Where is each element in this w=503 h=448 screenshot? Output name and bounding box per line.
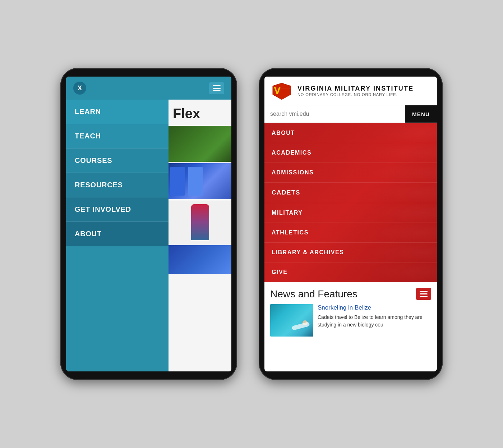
- hamburger-line: [420, 293, 428, 294]
- snorkel-body: [291, 322, 310, 331]
- nav-item-about[interactable]: ABOUT: [264, 123, 437, 143]
- news-article-title[interactable]: Snorkeling in Belize: [318, 304, 431, 311]
- left-header: X: [66, 77, 231, 100]
- hamburger-line: [213, 90, 221, 91]
- hamburger-line: [420, 296, 428, 297]
- hamburger-line: [420, 291, 428, 292]
- nav-item-learn[interactable]: LEARN: [66, 100, 169, 124]
- vmi-logo-svg: V M V: [271, 82, 292, 100]
- nav-item-about[interactable]: ABOUT: [66, 222, 169, 246]
- blue-building-image: [169, 163, 231, 199]
- nav-item-resources[interactable]: RESOURCES: [66, 173, 169, 197]
- vmi-logo: V M V: [270, 81, 293, 101]
- news-article: Snorkeling in Belize Cadets travel to Be…: [270, 304, 431, 337]
- left-phone-screen: X LEARN TEACH COURSES RESOURCES GET INVO…: [66, 77, 231, 371]
- door-1: [170, 167, 185, 196]
- menu-button[interactable]: MENU: [405, 105, 437, 123]
- blue-image-2: [169, 245, 231, 274]
- right-phone-screen: V M V VIRGINIA MILITARY INSTITUTE NO ORD…: [264, 77, 437, 371]
- news-section-title: News and Features: [270, 288, 357, 300]
- right-phone: V M V VIRGINIA MILITARY INSTITUTE NO ORD…: [259, 68, 443, 380]
- left-content-strip: Flex: [169, 100, 231, 371]
- close-icon: X: [78, 84, 82, 92]
- nav-item-teach[interactable]: TEACH: [66, 124, 169, 148]
- hamburger-button[interactable]: [209, 82, 224, 94]
- figure-silhouette: [191, 204, 209, 240]
- left-body: LEARN TEACH COURSES RESOURCES GET INVOLV…: [66, 100, 231, 371]
- news-text-block: Snorkeling in Belize Cadets travel to Be…: [318, 304, 431, 337]
- hamburger-line: [213, 88, 221, 89]
- right-nav-menu: ABOUT ACADEMICS ADMISSIONS CADETS MILITA…: [264, 123, 437, 282]
- content-title: Flex: [169, 100, 231, 126]
- search-input[interactable]: [264, 105, 405, 123]
- forest-image: [169, 126, 231, 162]
- news-header: News and Features: [270, 288, 431, 300]
- close-button[interactable]: X: [73, 82, 86, 95]
- nav-item-admissions[interactable]: ADMISSIONS: [264, 163, 437, 183]
- nav-item-academics[interactable]: ACADEMICS: [264, 143, 437, 163]
- news-thumbnail: [270, 304, 313, 337]
- institution-tagline: NO ORDINARY COLLEGE. NO ORDINARY LIFE.: [297, 92, 414, 97]
- nav-item-library[interactable]: LIBRARY & ARCHIVES: [264, 243, 437, 262]
- nav-item-give[interactable]: GIVE: [264, 262, 437, 282]
- nav-item-athletics[interactable]: ATHLETICS: [264, 223, 437, 243]
- vmi-text-block: VIRGINIA MILITARY INSTITUTE NO ORDINARY …: [297, 85, 414, 97]
- search-bar: MENU: [264, 105, 437, 123]
- left-nav-menu: LEARN TEACH COURSES RESOURCES GET INVOLV…: [66, 100, 169, 371]
- door-2: [188, 167, 203, 196]
- nav-item-get-involved[interactable]: GET INVOLVED: [66, 197, 169, 222]
- snorkel-figure: [292, 320, 310, 333]
- institution-name: VIRGINIA MILITARY INSTITUTE: [297, 85, 414, 93]
- left-phone: X LEARN TEACH COURSES RESOURCES GET INVO…: [60, 68, 237, 380]
- news-hamburger-button[interactable]: [416, 288, 431, 300]
- news-section: News and Features Snorkeling in Belize: [264, 282, 437, 337]
- figure-image: [169, 201, 231, 244]
- svg-text:V: V: [274, 85, 281, 96]
- nav-item-military[interactable]: MILITARY: [264, 203, 437, 223]
- news-article-description: Cadets travel to Belize to learn among t…: [318, 314, 431, 329]
- hamburger-line: [213, 85, 221, 86]
- nav-item-cadets[interactable]: CADETS: [264, 183, 437, 203]
- nav-item-courses[interactable]: COURSES: [66, 148, 169, 173]
- vmi-header: V M V VIRGINIA MILITARY INSTITUTE NO ORD…: [264, 77, 437, 105]
